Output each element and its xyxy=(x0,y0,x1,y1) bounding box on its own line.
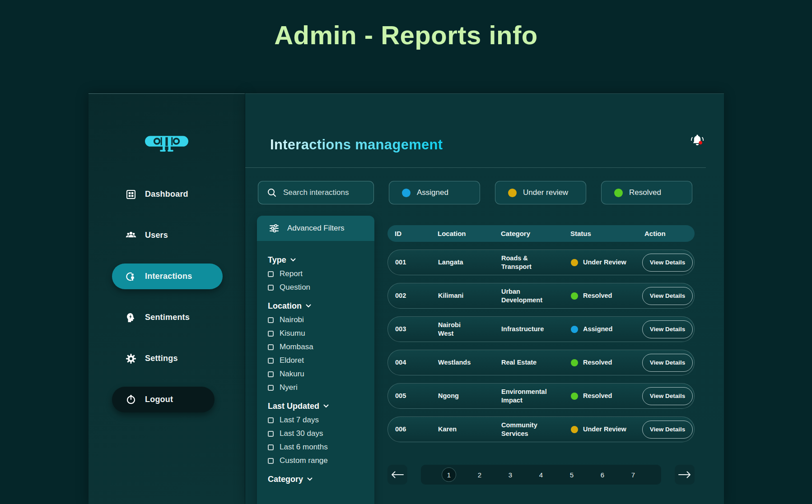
filter-option-nakuru[interactable]: Nakuru xyxy=(268,367,368,381)
cell-id: 006 xyxy=(395,425,438,433)
checkbox[interactable] xyxy=(268,271,274,277)
chevron-down-icon xyxy=(290,258,296,262)
sidebar-item-label: Users xyxy=(145,231,168,240)
search-input[interactable] xyxy=(283,188,369,197)
filter-chip-resolved[interactable]: Resolved xyxy=(601,181,692,204)
cell-category: Infrastructure xyxy=(501,325,552,333)
next-page-button[interactable] xyxy=(675,465,695,485)
filter-chip-assigned[interactable]: Assigned xyxy=(389,181,480,204)
filter-option-question[interactable]: Question xyxy=(268,281,368,294)
logout-button[interactable]: Logout xyxy=(112,387,215,412)
sidebar-item-sentiments[interactable]: Sentiments xyxy=(112,305,223,330)
cell-id: 002 xyxy=(395,291,438,300)
checkbox[interactable] xyxy=(268,285,274,291)
filter-section-location[interactable]: Location xyxy=(268,299,368,313)
sidebar: Dashboard Users Interactions Sentiments … xyxy=(89,93,245,504)
filter-section-type[interactable]: Type xyxy=(268,253,368,267)
sidebar-item-label: Sentiments xyxy=(145,313,190,322)
checkbox[interactable] xyxy=(268,344,274,350)
filter-section-category[interactable]: Category xyxy=(268,472,368,486)
cell-location: Ngong xyxy=(438,392,471,400)
sidebar-nav: Dashboard Users Interactions Sentiments … xyxy=(89,181,245,412)
page-numbers-bar: 1 2 3 4 5 6 7 xyxy=(421,465,661,485)
status-dot xyxy=(571,393,578,400)
advanced-filters-title: Advanced Filters xyxy=(287,224,345,233)
checkbox[interactable] xyxy=(268,371,274,377)
sidebar-item-settings[interactable]: Settings xyxy=(112,346,223,371)
page-number-3[interactable]: 3 xyxy=(503,467,518,482)
filter-option-custom-range[interactable]: Custom range xyxy=(268,454,368,467)
cell-location: Langata xyxy=(438,258,471,266)
filter-option-nyeri[interactable]: Nyeri xyxy=(268,381,368,394)
sidebar-item-interactions[interactable]: Interactions xyxy=(112,264,223,289)
sentiments-icon xyxy=(125,312,137,324)
view-details-button[interactable]: View Details xyxy=(642,354,693,372)
chip-label: Assigned xyxy=(417,188,448,197)
filter-option-nairobi[interactable]: Nairobi xyxy=(268,313,368,327)
page-number-2[interactable]: 2 xyxy=(472,467,487,482)
arrow-left-icon xyxy=(391,471,404,478)
filter-option-last-7-days[interactable]: Last 7 days xyxy=(268,413,368,427)
checkbox[interactable] xyxy=(268,444,274,450)
advanced-filters-header[interactable]: Advanced Filters xyxy=(257,216,374,241)
col-header-action: Action xyxy=(642,230,695,237)
checkbox[interactable] xyxy=(268,458,274,464)
col-header-status: Status xyxy=(570,230,642,237)
table-row: 006 Karen Community Services Under Revie… xyxy=(387,416,695,442)
status-dot xyxy=(571,359,578,366)
prev-page-button[interactable] xyxy=(387,465,407,485)
page-number-7[interactable]: 7 xyxy=(626,467,640,482)
checkbox[interactable] xyxy=(268,431,274,437)
view-details-button[interactable]: View Details xyxy=(642,287,693,305)
interactions-table: ID Location Category Status Action 001 L… xyxy=(387,225,695,442)
search-box[interactable] xyxy=(258,181,374,204)
col-header-category: Category xyxy=(501,230,570,237)
filter-option-last-30-days[interactable]: Last 30 days xyxy=(268,427,368,440)
cell-status: Assigned xyxy=(571,325,642,333)
sliders-icon xyxy=(269,223,280,234)
view-details-button[interactable]: View Details xyxy=(642,387,693,405)
page-number-4[interactable]: 4 xyxy=(534,467,548,482)
page-number-6[interactable]: 6 xyxy=(595,467,610,482)
cell-status: Resolved xyxy=(571,358,642,366)
sidebar-item-users[interactable]: Users xyxy=(112,222,223,248)
controls-row: Assigned Under review Resolved xyxy=(258,181,692,204)
cell-category: Environmental Impact xyxy=(501,388,552,404)
notification-bell-icon[interactable] xyxy=(689,134,706,149)
table-row: 002 Kilimani Urban Development Resolved … xyxy=(387,283,695,309)
cell-location: Kilimani xyxy=(438,291,471,300)
table-row: 004 Westlands Real Estate Resolved View … xyxy=(387,350,695,375)
filter-section-label: Last Updated xyxy=(268,402,319,411)
filter-section-last-updated[interactable]: Last Updated xyxy=(268,399,368,413)
view-details-button[interactable]: View Details xyxy=(642,320,693,338)
pp-logo-icon xyxy=(145,132,188,153)
checkbox[interactable] xyxy=(268,358,274,364)
sidebar-item-dashboard[interactable]: Dashboard xyxy=(112,181,223,207)
logout-label: Logout xyxy=(145,395,173,404)
filter-option-last-6-months[interactable]: Last 6 months xyxy=(268,440,368,454)
page-number-5[interactable]: 5 xyxy=(565,467,579,482)
cell-id: 001 xyxy=(395,258,438,266)
checkbox[interactable] xyxy=(268,331,274,337)
view-details-button[interactable]: View Details xyxy=(642,254,693,272)
cell-category: Urban Development xyxy=(501,287,552,304)
filter-option-eldoret[interactable]: Eldoret xyxy=(268,354,368,367)
filter-option-mombasa[interactable]: Mombasa xyxy=(268,340,368,354)
checkbox[interactable] xyxy=(268,385,274,391)
chip-label: Resolved xyxy=(629,188,661,197)
filter-chip-under-review[interactable]: Under review xyxy=(495,181,586,204)
status-dot xyxy=(571,292,578,300)
filter-section-label: Location xyxy=(268,301,302,311)
cell-status: Resolved xyxy=(571,392,642,400)
checkbox[interactable] xyxy=(268,417,274,423)
page-number-1[interactable]: 1 xyxy=(442,467,456,482)
checkbox[interactable] xyxy=(268,317,274,323)
filters-body: Type Report Question Location Nairobi Ki… xyxy=(257,241,374,504)
view-details-button[interactable]: View Details xyxy=(642,421,693,439)
sidebar-item-label: Interactions xyxy=(145,272,192,281)
cell-id: 005 xyxy=(395,392,438,400)
resolved-status-dot xyxy=(614,189,623,197)
filter-option-report[interactable]: Report xyxy=(268,267,368,281)
filter-option-kisumu[interactable]: Kisumu xyxy=(268,327,368,340)
main-panel: Interactions management Assigned Under r… xyxy=(245,93,724,504)
